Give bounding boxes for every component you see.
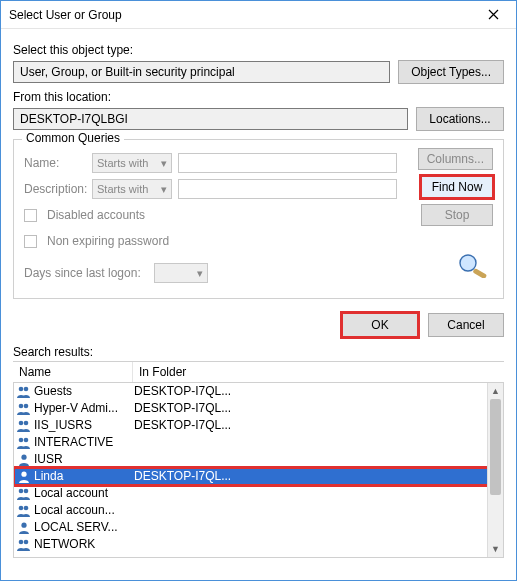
- result-row[interactable]: Local account: [14, 485, 503, 502]
- result-name: INTERACTIVE: [34, 434, 134, 451]
- group-icon: [16, 537, 32, 553]
- svg-point-15: [24, 505, 29, 510]
- svg-point-9: [24, 437, 29, 442]
- stop-button[interactable]: Stop: [421, 204, 493, 226]
- result-row[interactable]: INTERACTIVE: [14, 434, 503, 451]
- svg-point-3: [24, 386, 29, 391]
- description-match-dropdown[interactable]: Starts with ▾: [92, 179, 172, 199]
- svg-point-5: [24, 403, 29, 408]
- group-icon: [16, 435, 32, 451]
- locations-button[interactable]: Locations...: [416, 107, 504, 131]
- dialog-body: Select this object type: User, Group, or…: [1, 29, 516, 301]
- results-header: Name In Folder: [13, 361, 504, 383]
- chevron-down-icon: ▾: [161, 183, 167, 196]
- result-name: Linda: [34, 468, 134, 485]
- common-queries-legend: Common Queries: [22, 131, 124, 145]
- scrollbar[interactable]: ▲ ▼: [487, 383, 503, 557]
- result-row[interactable]: GuestsDESKTOP-I7QL...: [14, 383, 503, 400]
- result-row[interactable]: NETWORK: [14, 536, 503, 553]
- name-filter-label: Name:: [24, 156, 86, 170]
- disabled-accounts-label: Disabled accounts: [47, 208, 145, 222]
- result-row[interactable]: Hyper-V Admi...DESKTOP-I7QL...: [14, 400, 503, 417]
- close-button[interactable]: [472, 2, 514, 28]
- group-icon: [16, 486, 32, 502]
- result-name: Hyper-V Admi...: [34, 400, 134, 417]
- cancel-button[interactable]: Cancel: [428, 313, 504, 337]
- object-type-field: User, Group, or Built-in security princi…: [13, 61, 390, 83]
- dialog-buttons: OK Cancel: [1, 301, 516, 345]
- chevron-down-icon: ▾: [197, 267, 203, 280]
- group-icon: [16, 401, 32, 417]
- find-now-button[interactable]: Find Now: [421, 176, 493, 198]
- dialog-window: Select User or Group Select this object …: [0, 0, 517, 581]
- svg-point-17: [19, 539, 24, 544]
- titlebar: Select User or Group: [1, 1, 516, 29]
- svg-point-13: [24, 488, 29, 493]
- result-row[interactable]: IIS_IUSRSDESKTOP-I7QL...: [14, 417, 503, 434]
- magnifier-icon: [453, 250, 493, 278]
- result-name: IIS_IUSRS: [34, 417, 134, 434]
- user-icon: [16, 452, 32, 468]
- result-name: IUSR: [34, 451, 134, 468]
- disabled-accounts-checkbox[interactable]: [24, 209, 37, 222]
- common-queries-group: Common Queries Name: Starts with ▾ Descr…: [13, 139, 504, 299]
- result-name: Local account: [34, 485, 134, 502]
- column-folder[interactable]: In Folder: [133, 362, 504, 382]
- name-filter-input[interactable]: [178, 153, 397, 173]
- result-name: Local accoun...: [34, 502, 134, 519]
- object-types-button[interactable]: Object Types...: [398, 60, 504, 84]
- result-row[interactable]: LindaDESKTOP-I7QL...: [14, 468, 503, 485]
- svg-point-14: [19, 505, 24, 510]
- scroll-thumb[interactable]: [490, 399, 501, 495]
- window-title: Select User or Group: [9, 8, 472, 22]
- days-since-dropdown[interactable]: ▾: [154, 263, 208, 283]
- search-results-label: Search results:: [1, 345, 516, 361]
- name-match-dropdown[interactable]: Starts with ▾: [92, 153, 172, 173]
- group-icon: [16, 503, 32, 519]
- result-folder: DESKTOP-I7QL...: [134, 468, 503, 485]
- chevron-down-icon: ▾: [161, 157, 167, 170]
- result-name: LOCAL SERV...: [34, 519, 134, 536]
- description-filter-label: Description:: [24, 182, 86, 196]
- from-location-label: From this location:: [13, 90, 504, 104]
- group-icon: [16, 418, 32, 434]
- svg-rect-1: [473, 268, 488, 278]
- svg-point-16: [21, 522, 26, 527]
- column-name[interactable]: Name: [13, 362, 133, 382]
- svg-point-8: [19, 437, 24, 442]
- location-field: DESKTOP-I7QLBGI: [13, 108, 408, 130]
- non-expiring-checkbox[interactable]: [24, 235, 37, 248]
- ok-button[interactable]: OK: [342, 313, 418, 337]
- scroll-up-icon[interactable]: ▲: [488, 383, 503, 399]
- result-folder: DESKTOP-I7QL...: [134, 417, 503, 434]
- user-icon: [16, 469, 32, 485]
- svg-point-4: [19, 403, 24, 408]
- result-row[interactable]: LOCAL SERV...: [14, 519, 503, 536]
- columns-button[interactable]: Columns...: [418, 148, 493, 170]
- result-folder: DESKTOP-I7QL...: [134, 400, 503, 417]
- result-name: Guests: [34, 383, 134, 400]
- svg-point-0: [460, 255, 476, 271]
- svg-point-6: [19, 420, 24, 425]
- days-since-label: Days since last logon:: [24, 266, 148, 280]
- result-row[interactable]: Local accoun...: [14, 502, 503, 519]
- svg-point-18: [24, 539, 29, 544]
- results-list[interactable]: GuestsDESKTOP-I7QL...Hyper-V Admi...DESK…: [13, 383, 504, 558]
- result-name: NETWORK: [34, 536, 134, 553]
- svg-point-10: [21, 454, 26, 459]
- result-folder: DESKTOP-I7QL...: [134, 383, 503, 400]
- svg-point-11: [21, 471, 26, 476]
- result-row[interactable]: IUSR: [14, 451, 503, 468]
- scroll-down-icon[interactable]: ▼: [488, 541, 503, 557]
- svg-point-12: [19, 488, 24, 493]
- svg-point-7: [24, 420, 29, 425]
- description-filter-input[interactable]: [178, 179, 397, 199]
- user-icon: [16, 520, 32, 536]
- object-type-label: Select this object type:: [13, 43, 504, 57]
- non-expiring-label: Non expiring password: [47, 234, 169, 248]
- svg-point-2: [19, 386, 24, 391]
- group-icon: [16, 384, 32, 400]
